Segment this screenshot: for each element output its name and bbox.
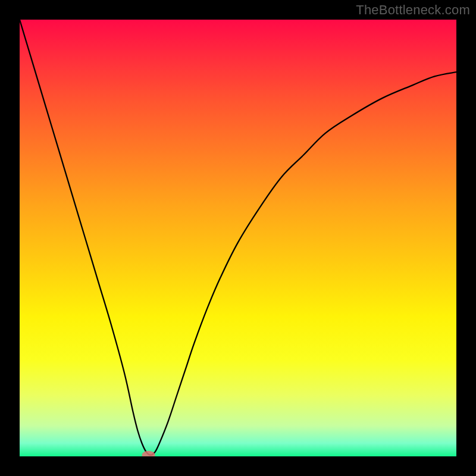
bottleneck-curve bbox=[20, 20, 456, 455]
watermark-text: TheBottleneck.com bbox=[356, 2, 470, 18]
chart-frame: TheBottleneck.com bbox=[0, 0, 476, 476]
curve-layer bbox=[20, 20, 456, 456]
plot-area bbox=[20, 20, 456, 456]
minimum-marker bbox=[142, 451, 155, 456]
